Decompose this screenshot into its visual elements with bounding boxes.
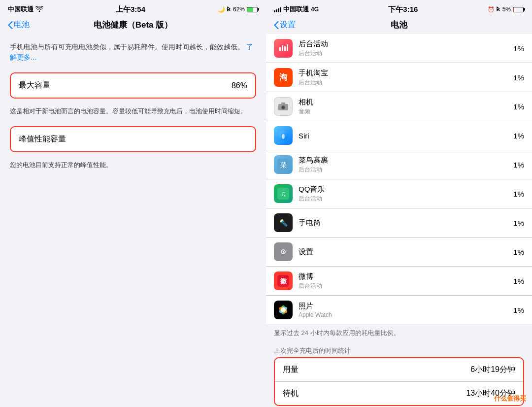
app-icon-siri	[274, 126, 293, 145]
svg-text:菜: 菜	[280, 161, 287, 169]
svg-rect-3	[287, 44, 288, 51]
peak-capacity-row: 峰值性能容量	[19, 134, 247, 144]
svg-text:♫: ♫	[281, 190, 286, 198]
right-carrier: 中国联通	[283, 5, 309, 14]
usage-value: 6小时19分钟	[470, 365, 515, 375]
right-battery-icon	[513, 7, 524, 12]
peak-capacity-description: 您的电池目前支持正常的峰值性能。	[10, 160, 256, 170]
list-item[interactable]: 照片 Apple Watch 1%	[266, 296, 532, 324]
app-info: 设置	[299, 247, 513, 257]
app-icon-qqmusic: ♫	[274, 184, 293, 203]
max-capacity-card: 最大容量 86%	[10, 72, 256, 99]
list-item[interactable]: 微 微博 后台活动 1%	[266, 267, 532, 296]
usage-label: 用量	[283, 365, 299, 375]
list-item[interactable]: 设置 1%	[266, 237, 532, 267]
max-capacity-row: 最大容量 86%	[19, 80, 247, 91]
left-status-left: 中国联通	[8, 5, 43, 14]
app-icon-activity	[274, 39, 293, 58]
list-item[interactable]: 相机 音频 1%	[266, 92, 532, 121]
footer-note: 显示过去 24 小时内每款应用的耗电量比例。	[266, 324, 532, 342]
left-battery-percent: 62%	[233, 6, 245, 13]
app-icon-weibo: 微	[274, 271, 293, 290]
left-battery-icon	[247, 7, 258, 12]
list-item[interactable]: 淘 手机淘宝 后台活动 1%	[266, 63, 532, 92]
svg-point-9	[282, 134, 285, 139]
left-back-label: 电池	[14, 20, 30, 30]
list-item[interactable]: 菜 菜鸟裹裹 后台活动 1%	[266, 150, 532, 179]
left-nav-title: 电池健康（Beta 版）	[94, 19, 173, 31]
app-info: QQ音乐 后台活动	[299, 185, 513, 203]
left-status-bar: 中国联通 上午3:54 🌙 62%	[0, 0, 266, 18]
app-icon-torch: 🔦	[274, 213, 293, 232]
standby-row: 待机 13小时40分钟	[275, 382, 523, 405]
right-status-left: 中国联通 4G	[274, 5, 319, 14]
left-content: 手机电池与所有可充电电池类似，属于易耗部件。使用时间越长，能效越低。 了解更多.…	[0, 34, 266, 407]
app-list: 后台活动 后台活动 1% 淘 手机淘宝 后台活动 1% 相机 音频 1%	[266, 34, 532, 324]
svg-rect-1	[282, 45, 283, 51]
app-icon-settings	[274, 242, 293, 261]
list-item[interactable]: 🔦 手电筒 1%	[266, 208, 532, 237]
left-time: 上午3:54	[116, 5, 145, 14]
app-icon-camera	[274, 97, 293, 116]
right-back-label: 设置	[280, 20, 296, 30]
right-battery-percent: 5%	[502, 6, 511, 13]
svg-text:微: 微	[280, 277, 287, 285]
left-status-right: 🌙 62%	[218, 5, 258, 14]
svg-rect-2	[284, 46, 286, 51]
charge-note: 上次完全充电后的时间统计	[266, 342, 532, 357]
standby-label: 待机	[283, 388, 299, 399]
left-description: 手机电池与所有可充电电池类似，属于易耗部件。使用时间越长，能效越低。 了解更多.…	[10, 42, 256, 63]
left-moon-icon: 🌙	[218, 6, 225, 13]
app-info: 照片 Apple Watch	[299, 302, 513, 318]
app-info: 相机 音频	[299, 98, 513, 116]
svg-rect-7	[281, 102, 285, 104]
svg-text:🔦: 🔦	[279, 219, 288, 227]
right-nav-bar: 设置 电池	[266, 18, 532, 34]
svg-rect-0	[279, 47, 281, 51]
right-time: 下午3:16	[388, 5, 418, 14]
right-bt-icon	[497, 5, 500, 14]
peak-capacity-label: 峰值性能容量	[19, 134, 66, 144]
right-panel: 中国联通 4G 下午3:16 ⏰ 5% 设置 电池	[266, 0, 532, 407]
watermark: 什么值得买	[494, 394, 526, 403]
app-icon-photos	[274, 301, 293, 319]
app-info: 菜鸟裹裹 后台活动	[299, 156, 513, 174]
svg-point-28	[281, 307, 286, 312]
app-info: 后台活动 后台活动	[299, 39, 513, 58]
list-item[interactable]: Siri 1%	[266, 121, 532, 150]
left-nav-bar: 电池 电池健康（Beta 版）	[0, 18, 266, 34]
right-network: 4G	[311, 6, 319, 13]
right-status-bar: 中国联通 4G 下午3:16 ⏰ 5%	[266, 0, 532, 18]
max-capacity-description: 这是相对于新电池而言的电池容量。容量较低可能导致充电后，电池使用时间缩短。	[10, 106, 256, 116]
right-alarm-icon: ⏰	[488, 6, 495, 13]
left-bt-icon	[227, 5, 231, 14]
right-back-button[interactable]: 设置	[274, 20, 296, 30]
right-status-right: ⏰ 5%	[488, 5, 524, 14]
app-icon-taobao: 淘	[274, 68, 293, 87]
list-item[interactable]: ♫ QQ音乐 后台活动 1%	[266, 179, 532, 208]
signal-icon	[274, 6, 281, 12]
app-info: 手电筒	[299, 218, 513, 228]
left-wifi-icon	[35, 6, 43, 13]
list-item[interactable]: 后台活动 后台活动 1%	[266, 34, 532, 63]
usage-card: 用量 6小时19分钟 待机 13小时40分钟	[274, 357, 524, 406]
app-info: Siri	[299, 132, 513, 140]
right-nav-title: 电池	[391, 19, 407, 31]
peak-capacity-card: 峰值性能容量	[10, 126, 256, 152]
left-panel: 中国联通 上午3:54 🌙 62%	[0, 0, 266, 407]
svg-point-18	[283, 251, 284, 253]
left-back-button[interactable]: 电池	[8, 20, 30, 30]
app-info: 微博 后台活动	[299, 272, 513, 290]
app-info: 手机淘宝 后台活动	[299, 68, 513, 87]
max-capacity-value: 86%	[232, 81, 247, 90]
svg-point-6	[282, 106, 285, 109]
max-capacity-label: 最大容量	[19, 80, 50, 91]
left-carrier: 中国联通	[8, 5, 33, 14]
usage-row: 用量 6小时19分钟	[275, 358, 523, 382]
app-icon-cainiao: 菜	[274, 155, 293, 174]
